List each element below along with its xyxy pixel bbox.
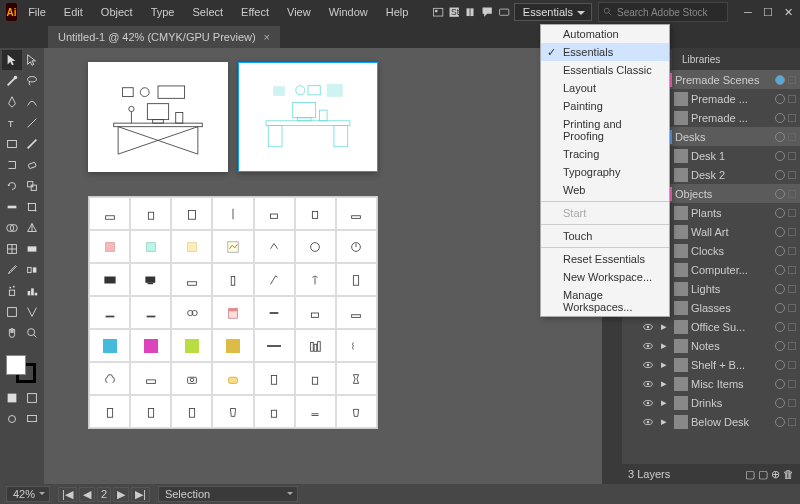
line-tool[interactable]: [23, 113, 43, 133]
ws-web[interactable]: Web: [541, 181, 669, 199]
workspace-switcher[interactable]: Essentials: [514, 3, 592, 21]
tools-panel: T: [0, 48, 44, 484]
menu-object[interactable]: Object: [94, 3, 140, 21]
graph-tool[interactable]: [23, 281, 43, 301]
ws-essentials[interactable]: Essentials: [541, 43, 669, 61]
layer-item[interactable]: ▸Office Su...: [622, 317, 800, 336]
svg-rect-0: [434, 8, 443, 16]
svg-rect-74: [187, 242, 196, 251]
ws-printing[interactable]: Printing and Proofing: [541, 115, 669, 145]
tool-status[interactable]: Selection: [158, 486, 298, 502]
ws-painting[interactable]: Painting: [541, 97, 669, 115]
layer-item[interactable]: ▸Misc Items: [622, 374, 800, 393]
direct-selection-tool[interactable]: [23, 50, 43, 70]
draw-mode[interactable]: [2, 409, 22, 429]
ws-typography[interactable]: Typography: [541, 163, 669, 181]
magic-wand-tool[interactable]: [2, 71, 22, 91]
svg-rect-55: [266, 121, 350, 126]
minimize-button[interactable]: ─: [742, 6, 754, 18]
ws-manage[interactable]: Manage Workspaces...: [541, 286, 669, 316]
menu-select[interactable]: Select: [185, 3, 230, 21]
rectangle-tool[interactable]: [2, 134, 22, 154]
svg-point-7: [604, 8, 609, 13]
gradient-tool[interactable]: [23, 239, 43, 259]
artboard-2-selected[interactable]: [238, 62, 378, 172]
eyedropper-tool[interactable]: [2, 260, 22, 280]
ws-reset[interactable]: Reset Essentials: [541, 250, 669, 268]
perspective-tool[interactable]: [23, 218, 43, 238]
menu-file[interactable]: File: [21, 3, 53, 21]
ws-automation[interactable]: Automation: [541, 25, 669, 43]
svg-rect-56: [268, 125, 282, 146]
fill-color[interactable]: [6, 355, 26, 375]
canvas[interactable]: [44, 48, 602, 484]
zoom-tool[interactable]: [23, 323, 43, 343]
svg-rect-90: [229, 308, 238, 311]
ws-new[interactable]: New Workspace...: [541, 268, 669, 286]
screen-mode[interactable]: [23, 409, 43, 429]
search-input[interactable]: Search Adobe Stock: [598, 2, 728, 22]
free-transform-tool[interactable]: [23, 197, 43, 217]
selection-tool[interactable]: [2, 50, 22, 70]
rotate-tool[interactable]: [2, 176, 22, 196]
brush-tool[interactable]: [23, 134, 43, 154]
eraser-tool[interactable]: [23, 155, 43, 175]
next-button[interactable]: ▶: [113, 487, 129, 502]
svg-point-19: [28, 203, 30, 205]
menu-edit[interactable]: Edit: [57, 3, 90, 21]
close-button[interactable]: ✕: [782, 6, 794, 18]
pen-tool[interactable]: [2, 92, 22, 112]
feedback-icon[interactable]: [481, 2, 493, 22]
lasso-tool[interactable]: [23, 71, 43, 91]
width-tool[interactable]: [2, 197, 22, 217]
hand-tool[interactable]: [2, 323, 22, 343]
zoom-dropdown[interactable]: 42%: [6, 486, 50, 502]
menu-view[interactable]: View: [280, 3, 318, 21]
ws-touch[interactable]: Touch: [541, 227, 669, 245]
fill-stroke-swatch[interactable]: [6, 355, 42, 383]
svg-rect-34: [35, 293, 38, 296]
ws-layout[interactable]: Layout: [541, 79, 669, 97]
symbol-sprayer-tool[interactable]: [2, 281, 22, 301]
menu-window[interactable]: Window: [322, 3, 375, 21]
slice-tool[interactable]: [23, 302, 43, 322]
stock-icon[interactable]: St: [448, 2, 460, 22]
artboard-tool[interactable]: [2, 302, 22, 322]
prev-button[interactable]: ◀: [79, 487, 95, 502]
svg-point-150: [647, 401, 650, 404]
last-button[interactable]: ▶|: [131, 487, 150, 502]
artboard-1[interactable]: [88, 62, 228, 172]
blend-tool[interactable]: [23, 260, 43, 280]
icon-library-grid[interactable]: [88, 196, 378, 429]
gradient-mode[interactable]: [23, 388, 43, 408]
ws-essentials-classic[interactable]: Essentials Classic: [541, 61, 669, 79]
maximize-button[interactable]: ☐: [762, 6, 774, 18]
bridge-icon[interactable]: [432, 2, 444, 22]
tab-libraries[interactable]: Libraries: [672, 50, 730, 69]
layer-item[interactable]: ▸Drinks: [622, 393, 800, 412]
shape-builder-tool[interactable]: [2, 218, 22, 238]
layer-item[interactable]: ▸Below Desk: [622, 412, 800, 431]
close-tab-button[interactable]: ×: [264, 31, 270, 43]
document-tab[interactable]: Untitled-1 @ 42% (CMYK/GPU Preview) ×: [48, 26, 280, 48]
layer-item[interactable]: ▸Shelf + B...: [622, 355, 800, 374]
layer-item[interactable]: ▸Notes: [622, 336, 800, 355]
scale-tool[interactable]: [23, 176, 43, 196]
svg-rect-79: [104, 276, 115, 283]
arrange-icon[interactable]: [465, 2, 477, 22]
mesh-tool[interactable]: [2, 239, 22, 259]
type-tool[interactable]: T: [2, 113, 22, 133]
color-mode[interactable]: [2, 388, 22, 408]
panel-icons[interactable]: ▢ ▢ ⊕ 🗑: [745, 468, 794, 481]
artboard-nav[interactable]: |◀ ◀ 2 ▶ ▶|: [58, 487, 150, 502]
curvature-tool[interactable]: [23, 92, 43, 112]
menu-effect[interactable]: Effect: [234, 3, 276, 21]
svg-rect-94: [103, 339, 117, 353]
ws-tracing[interactable]: Tracing: [541, 145, 669, 163]
first-button[interactable]: |◀: [58, 487, 77, 502]
menu-help[interactable]: Help: [379, 3, 416, 21]
menu-type[interactable]: Type: [144, 3, 182, 21]
shaper-tool[interactable]: [2, 155, 22, 175]
page-field[interactable]: 2: [97, 487, 111, 502]
gpu-icon[interactable]: [498, 2, 510, 22]
